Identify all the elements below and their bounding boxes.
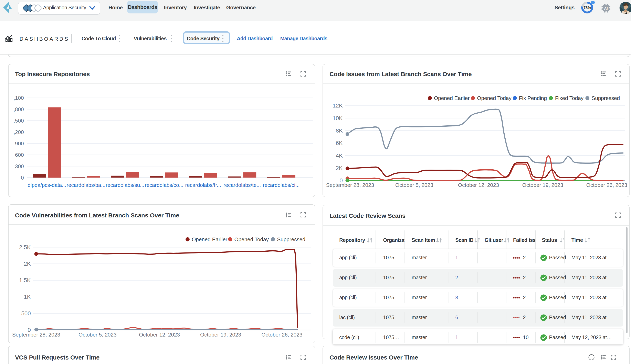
svg-text:Opened Earlier: Opened Earlier [192,236,227,242]
svg-text:recardolabs/te...: recardolabs/te... [223,182,261,188]
svg-text:October 5, 2023: October 5, 2023 [395,182,433,188]
svg-text:Fixed Today: Fixed Today [555,95,583,101]
svg-text:recardolabs/su...: recardolabs/su... [106,182,144,188]
svg-text:,500: ,500 [14,118,24,124]
svg-text:AI: AI [604,6,608,10]
svg-text:September 28, 2023: September 28, 2023 [326,182,374,188]
svg-text:October 19, 2023: October 19, 2023 [522,182,563,188]
svg-text:78%: 78% [583,6,591,10]
svg-text:Opened Today: Opened Today [477,95,512,101]
svg-text:Opened Earlier: Opened Earlier [434,95,470,101]
svg-text:October 12, 2023: October 12, 2023 [458,182,499,188]
svg-text:600: 600 [15,152,24,158]
svg-text:October 26, 2023: October 26, 2023 [586,182,627,188]
svg-text:,200: ,200 [14,129,24,135]
svg-text:recardolabs/ci...: recardolabs/ci... [263,182,300,188]
svg-text:0: 0 [21,174,24,180]
svg-text:1.5K: 1.5K [19,277,31,284]
svg-text:4K: 4K [336,152,343,159]
svg-text:8K: 8K [336,128,343,134]
svg-text:September 28, 2023: September 28, 2023 [12,332,60,338]
svg-text:12K: 12K [333,102,343,109]
svg-text:dlpqa/pcs-data...: dlpqa/pcs-data... [28,182,66,188]
svg-text:recardolabs/ba...: recardolabs/ba... [67,182,105,188]
svg-text:Suppressed: Suppressed [592,95,620,101]
svg-text:2K: 2K [24,260,31,267]
svg-text:Opened Today: Opened Today [234,236,269,242]
svg-text:2K: 2K [336,165,343,171]
svg-text:2.5K: 2.5K [19,244,31,250]
svg-text:recardolabs/fr...: recardolabs/fr... [185,182,221,188]
svg-text:Suppressed: Suppressed [277,236,305,242]
svg-text:900: 900 [15,140,24,146]
svg-text:October 5, 2023: October 5, 2023 [79,332,116,338]
svg-text:Fix Pending: Fix Pending [519,95,547,101]
svg-text:October 12, 2023: October 12, 2023 [139,332,180,338]
svg-text:,800: ,800 [14,106,24,112]
svg-text:1K: 1K [24,294,31,300]
svg-text:6K: 6K [336,140,343,146]
svg-text:October 26, 2023: October 26, 2023 [261,332,302,338]
svg-text:300: 300 [15,163,24,169]
svg-text:recardolabs/co...: recardolabs/co... [145,182,183,188]
svg-text:10K: 10K [333,115,343,121]
svg-text:October 19, 2023: October 19, 2023 [200,332,241,338]
svg-text:500: 500 [21,310,31,316]
svg-text:,100: ,100 [14,95,24,101]
